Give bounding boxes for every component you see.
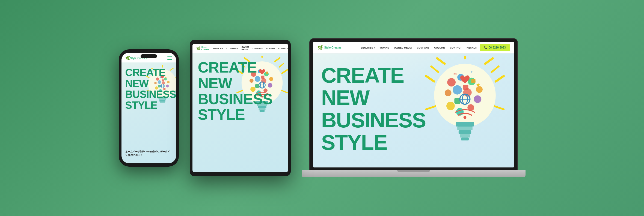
phone-subtext: ホームページ制作・WEB制作…データイン制作に強い！ bbox=[125, 148, 172, 157]
svg-line-65 bbox=[437, 58, 445, 64]
svg-text:★: ★ bbox=[476, 82, 480, 88]
tablet-hero: CREATE NEW BUSINESS STYLE bbox=[192, 53, 288, 172]
svg-line-66 bbox=[426, 76, 434, 82]
tablet-screen: 🌿 Style Creates SERVICES ▾ WORKS OWNED M… bbox=[192, 44, 288, 172]
svg-point-79 bbox=[446, 102, 455, 110]
laptop-navbar: 🌿 Style Creates SERVICES WORKS OWNED MED… bbox=[313, 42, 514, 53]
laptop-lightbulb: ★ ♪ ✉ ✔ bbox=[419, 56, 511, 149]
tablet-nav-company[interactable]: COMPANY bbox=[253, 47, 263, 50]
svg-text:✔: ✔ bbox=[470, 70, 473, 74]
phone-screen: 🌿 Style Creates bbox=[121, 53, 176, 163]
phone-headline: CREATE NEW BUSINESS STYLE bbox=[125, 67, 172, 111]
svg-line-63 bbox=[485, 58, 493, 64]
svg-line-64 bbox=[495, 76, 503, 82]
svg-rect-94 bbox=[456, 122, 474, 127]
svg-rect-95 bbox=[457, 127, 473, 130]
svg-rect-98 bbox=[461, 137, 469, 140]
laptop-hero: ★ ♪ ✉ ✔ CREATE NEW BUSINESS bbox=[313, 53, 514, 167]
svg-line-2 bbox=[175, 76, 176, 78]
phone-device: 🌿 Style Creates bbox=[119, 49, 179, 167]
svg-rect-96 bbox=[458, 130, 471, 134]
laptop-nav-company[interactable]: COMPANY bbox=[417, 46, 429, 49]
laptop-hinge bbox=[397, 170, 430, 172]
tablet-nav-services[interactable]: SERVICES bbox=[213, 47, 223, 50]
laptop-nav-services[interactable]: SERVICES bbox=[361, 46, 375, 49]
svg-point-80 bbox=[444, 89, 451, 96]
tablet-navbar: 🌿 Style Creates SERVICES ▾ WORKS OWNED M… bbox=[192, 44, 288, 53]
laptop-screen: 🌿 Style Creates SERVICES WORKS OWNED MED… bbox=[313, 42, 514, 167]
tablet-logo: 🌿 Style Creates bbox=[196, 46, 209, 51]
svg-point-76 bbox=[474, 95, 481, 103]
phone-logo: 🌿 Style Creates bbox=[125, 56, 147, 60]
laptop-frame: 🌿 Style Creates SERVICES WORKS OWNED MED… bbox=[310, 39, 517, 170]
laptop-logo-text: Style Creates bbox=[324, 46, 342, 49]
svg-rect-85 bbox=[471, 79, 475, 83]
svg-point-89 bbox=[463, 116, 466, 119]
tablet-nav-column[interactable]: COLUMN bbox=[266, 47, 275, 50]
svg-rect-97 bbox=[460, 134, 470, 137]
laptop-headline: CREATE NEW BUSINESS STYLE bbox=[321, 62, 426, 154]
tablet-headline: CREATE NEW BUSINESS STYLE bbox=[198, 60, 283, 123]
phone-navbar: 🌿 Style Creates bbox=[121, 53, 176, 62]
tablet-nav-owned-media[interactable]: OWNED MEDIA bbox=[241, 46, 249, 51]
laptop-nav-contact[interactable]: CONTACT bbox=[450, 46, 462, 49]
tablet-logo-text: Style Creates bbox=[201, 46, 209, 51]
laptop-nav-owned-media[interactable]: OWNED MEDIA bbox=[394, 46, 412, 49]
svg-text:✉: ✉ bbox=[453, 72, 457, 76]
tablet-device: 🌿 Style Creates SERVICES ▾ WORKS OWNED M… bbox=[190, 40, 291, 176]
tablet-logo-icon: 🌿 bbox=[196, 46, 200, 50]
svg-text:♪: ♪ bbox=[448, 78, 450, 82]
phone-frame: 🌿 Style Creates bbox=[119, 49, 179, 167]
phone-hero: CREATE NEW BUSINESS STYLE ホームページ制作・WEB制作… bbox=[121, 62, 176, 161]
laptop-logo-icon: 🌿 bbox=[317, 45, 323, 50]
svg-line-69 bbox=[491, 66, 498, 72]
hamburger-icon[interactable] bbox=[167, 56, 172, 60]
tablet-nav-works[interactable]: WORKS bbox=[230, 47, 238, 50]
svg-rect-84 bbox=[463, 85, 468, 90]
svg-point-81 bbox=[453, 85, 462, 95]
svg-line-31 bbox=[282, 70, 287, 73]
phone-number-text: 06-6210-3063 bbox=[489, 46, 506, 49]
laptop-base bbox=[302, 170, 526, 177]
tablet-nav-contact[interactable]: CONTACT bbox=[278, 47, 288, 50]
laptop-device: 🌿 Style Creates SERVICES WORKS OWNED MED… bbox=[302, 39, 526, 177]
phone-number-button[interactable]: 📞 06-6210-3063 bbox=[480, 44, 509, 51]
laptop-nav-works[interactable]: WORKS bbox=[380, 46, 389, 49]
logo-icon: 🌿 bbox=[125, 56, 129, 60]
laptop-logo: 🌿 Style Creates bbox=[317, 45, 342, 50]
svg-line-70 bbox=[431, 66, 438, 72]
laptop-nav-links: SERVICES WORKS OWNED MEDIA COMPANY COLUM… bbox=[361, 46, 477, 49]
laptop-nav-recruit[interactable]: RECRUIT bbox=[467, 46, 477, 49]
laptop-nav-column[interactable]: COLUMN bbox=[434, 46, 445, 49]
phone-logo-text: Style Creates bbox=[130, 57, 147, 60]
phone-icon: 📞 bbox=[484, 46, 487, 49]
